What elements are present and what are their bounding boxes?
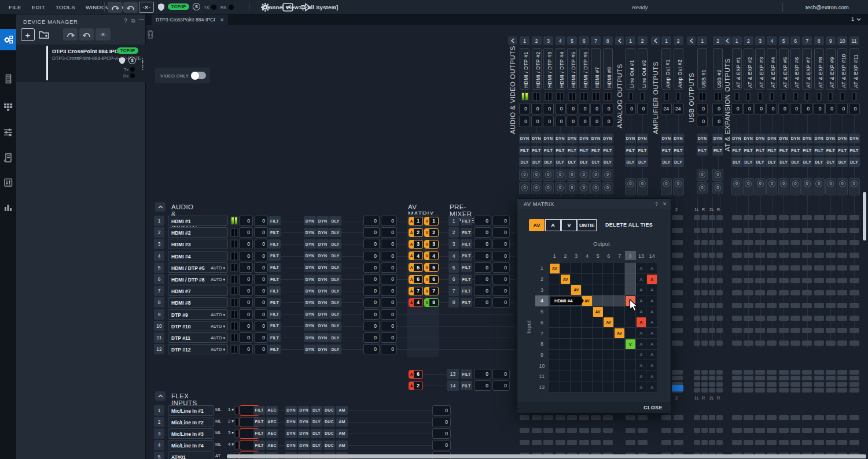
mixer-crosspoint[interactable] (802, 382, 812, 387)
mixer-crosspoint[interactable] (701, 428, 708, 433)
channel-number[interactable]: 1 (520, 36, 529, 45)
mixer-crosspoint[interactable] (709, 290, 715, 295)
proc-button-aec[interactable]: AEC (266, 406, 278, 415)
mixer-crosspoint[interactable] (672, 278, 683, 283)
gain-value[interactable]: 0 (555, 103, 566, 114)
mixer-crosspoint[interactable] (626, 440, 635, 445)
mixer-crosspoint[interactable] (814, 228, 824, 233)
flex-name-field[interactable]: Mic/Line In #3 (168, 428, 214, 439)
minimize-panel-icon[interactable]: — (139, 16, 144, 22)
flex-out-value[interactable]: 0 (432, 417, 451, 427)
channel-number[interactable]: 11 (849, 36, 859, 45)
mixer-crosspoint[interactable] (767, 290, 777, 295)
proc-button-dyn[interactable]: DYN (317, 228, 329, 237)
gain-value[interactable]: 0 (543, 103, 554, 114)
horizontal-scrollbar[interactable] (227, 454, 866, 458)
collapse-av-inputs-button[interactable] (155, 202, 165, 212)
proc-button-dyn[interactable]: DYN (543, 134, 554, 143)
mixer-crosspoint[interactable] (716, 215, 723, 220)
channel-number[interactable]: 7 (802, 36, 812, 45)
mixer-crosspoint[interactable] (709, 316, 715, 321)
input-gain-value[interactable]: 0 (239, 321, 253, 331)
gain-value[interactable]: 0 (755, 103, 766, 114)
flex-type-dropdown[interactable]: ML1 ▾ (215, 407, 234, 414)
proc-button-filt[interactable]: FILT (837, 146, 848, 156)
input-out-value[interactable]: 0 (363, 332, 380, 343)
mixer-crosspoint[interactable] (701, 290, 708, 295)
mixer-crosspoint[interactable] (694, 303, 700, 308)
proc-button-dyn[interactable]: DYN (317, 321, 329, 331)
proc-button-filt[interactable]: FILT (461, 381, 472, 390)
mixer-crosspoint[interactable] (837, 376, 847, 380)
audio-only-hint[interactable]: A (636, 382, 647, 393)
mixer-crosspoint[interactable] (744, 290, 753, 295)
input-gain-value[interactable]: 0 (239, 332, 253, 343)
proc-button-dly[interactable]: DLY (825, 157, 836, 167)
mixer-crosspoint[interactable] (802, 340, 812, 346)
mixer-crosspoint[interactable] (849, 388, 859, 393)
input-out-value-2[interactable]: 0 (381, 239, 397, 249)
proc-button-filt[interactable]: FILT (461, 369, 472, 379)
input-gain-value-2[interactable]: 0 (254, 309, 268, 320)
input-mode-dropdown[interactable]: AUTO ▾ (211, 266, 225, 271)
input-gain-value-2[interactable]: 0 (254, 216, 268, 226)
channel-number[interactable]: 7 (591, 36, 601, 45)
mixer-crosspoint[interactable] (638, 440, 648, 445)
channel-number[interactable]: 8 (814, 36, 824, 45)
proc-button-filt[interactable]: FILT (602, 146, 613, 156)
trash-icon[interactable] (146, 29, 155, 39)
mixer-crosspoint[interactable] (520, 428, 529, 433)
mixer-crosspoint[interactable] (802, 415, 812, 420)
premixer-gain-value-2[interactable]: 0 (492, 262, 510, 273)
mixer-crosspoint[interactable] (520, 415, 529, 420)
mixer-crosspoint[interactable] (849, 316, 859, 321)
proc-button-dly[interactable]: DLY (311, 441, 322, 450)
input-gain-value[interactable]: 0 (239, 297, 253, 308)
gain-value[interactable]: 0 (602, 103, 613, 114)
premixer-gain-value-2[interactable]: 0 (492, 380, 510, 391)
av-matrix-tie-badge[interactable]: A2 (409, 228, 423, 237)
flex-name-field[interactable]: Mic/Line In #1 (168, 405, 214, 416)
input-out-value[interactable]: 0 (363, 344, 380, 354)
mixer-crosspoint[interactable] (767, 253, 777, 258)
gain-value[interactable]: 0 (849, 103, 860, 114)
channel-number[interactable]: 5 (779, 36, 789, 45)
mixer-crosspoint[interactable] (732, 253, 742, 258)
mixer-crosspoint[interactable] (638, 415, 648, 420)
mixer-crosspoint[interactable] (567, 428, 577, 433)
input-out-value-2[interactable]: 0 (381, 262, 397, 273)
proc-button-dly[interactable]: DLY (329, 275, 341, 284)
proc-button-dly[interactable]: DLY (329, 321, 341, 331)
mixer-crosspoint[interactable] (790, 340, 800, 346)
mixer-crosspoint[interactable] (779, 382, 789, 387)
proc-button-dyn[interactable]: DYN (801, 134, 812, 143)
proc-button-dly[interactable]: DLY (311, 429, 322, 438)
tab-close-icon[interactable]: ✕ (220, 17, 224, 23)
mixer-crosspoint[interactable] (767, 215, 777, 220)
mixer-crosspoint[interactable] (755, 328, 765, 333)
mixer-crosspoint[interactable] (694, 415, 700, 420)
mixer-crosspoint[interactable] (661, 415, 671, 420)
mixer-crosspoint[interactable] (732, 303, 742, 308)
collapse-flex-inputs-button[interactable] (155, 391, 165, 401)
mixer-crosspoint[interactable] (744, 370, 753, 375)
proc-button-dly[interactable]: DLY (766, 157, 777, 167)
mixer-crosspoint[interactable] (732, 428, 742, 433)
channel-number[interactable]: 3 (543, 36, 553, 45)
mixer-crosspoint[interactable] (790, 388, 800, 393)
audio-only-hint[interactable]: A (636, 284, 647, 295)
proc-button-filt[interactable]: FILT (461, 251, 472, 261)
mixer-crosspoint[interactable] (779, 370, 789, 375)
sidebar-item-dsp-sliders[interactable] (0, 126, 16, 138)
gain-value-2[interactable]: 0 (579, 116, 590, 127)
proc-button-dly[interactable]: DLY (567, 157, 578, 167)
proc-button-dyn[interactable]: DYN (778, 134, 789, 143)
mixer-crosspoint[interactable] (701, 328, 708, 333)
proc-button-filt[interactable]: FILT (461, 228, 472, 237)
gain-value[interactable]: 0 (697, 103, 708, 114)
mixer-crosspoint[interactable] (701, 240, 708, 245)
post-fader-box[interactable]: 0 (637, 178, 648, 195)
av-matrix-tie-badge[interactable]: V6 (424, 275, 439, 284)
proc-button-dly[interactable]: DLY (637, 157, 648, 167)
input-mode-dropdown[interactable]: AUTO ▾ (211, 313, 225, 317)
